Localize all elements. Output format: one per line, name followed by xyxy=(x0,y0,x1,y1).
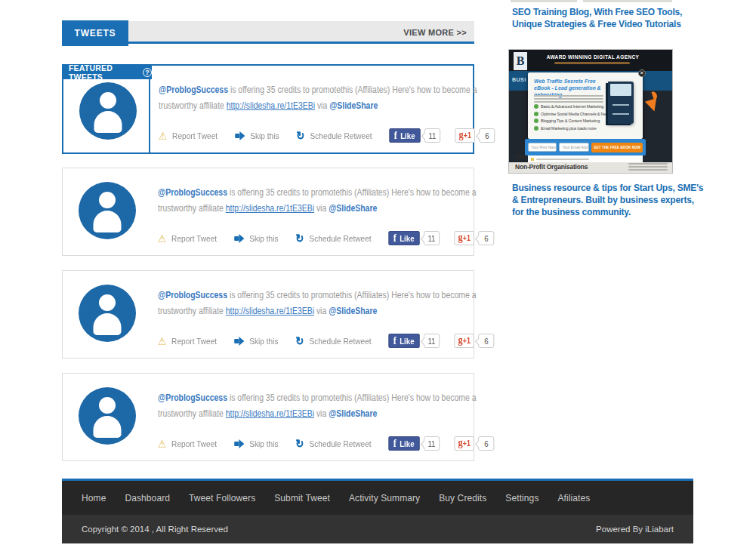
warning-icon: ⚠ xyxy=(158,439,166,449)
footer-nav-tweet-followers[interactable]: Tweet Followers xyxy=(189,493,255,503)
tweet-username-link[interactable]: @ProblogSuccess xyxy=(158,290,227,300)
check-icon xyxy=(534,119,538,123)
gplus-button[interactable]: g+1 xyxy=(454,231,474,245)
gplus-button[interactable]: g+1 xyxy=(454,334,474,348)
cropped-banner-edge xyxy=(511,0,577,2)
close-icon[interactable]: ✕ xyxy=(638,69,646,77)
tweet-mention-link[interactable]: @SlideShare xyxy=(329,306,377,316)
sidebar-ad-banner[interactable]: B AWARD WINNING DIGITAL AGENCY BUSI Onl … xyxy=(509,50,672,173)
ad-ebook-cover xyxy=(608,82,634,124)
ad-header-subline xyxy=(554,62,630,64)
facebook-like-label: Like xyxy=(400,439,414,448)
warning-icon: ⚠ xyxy=(159,131,167,141)
ad-nonprofit-text: Non-Profit Organisations xyxy=(515,163,588,171)
ad-bullet-text: Email Marketing plus loads more xyxy=(541,126,597,131)
ad-testimonial-lines xyxy=(534,95,603,104)
facebook-like-widget[interactable]: fLike 11 xyxy=(388,334,439,348)
warning-icon: ⚠ xyxy=(158,336,166,346)
skip-this-label: Skip this xyxy=(249,439,278,448)
ad-logo: B xyxy=(514,52,527,70)
report-tweet-button[interactable]: ⚠Report Tweet xyxy=(158,336,217,346)
tab-tweets[interactable]: TWEETS xyxy=(62,20,128,46)
facebook-icon: f xyxy=(393,234,397,243)
tweet-mention-link[interactable]: @SlideShare xyxy=(329,408,377,419)
ad-arrow-icon xyxy=(645,98,660,113)
facebook-like-count: 11 xyxy=(424,231,440,245)
tweet-username-link[interactable]: @ProblogSuccess xyxy=(159,85,228,95)
tweet-text: @ProblogSuccess is offering 35 credits t… xyxy=(158,185,471,217)
footer-nav-dashboard[interactable]: Dashboard xyxy=(125,493,170,503)
schedule-retweet-button[interactable]: ↻Schedule Retweet xyxy=(295,439,371,449)
report-tweet-button[interactable]: ⚠Report Tweet xyxy=(158,233,217,244)
ad-cta-button: GET THE FREE BOOK NOW xyxy=(591,143,643,152)
seo-training-blog-link[interactable]: SEO Training Blog, With Free SEO Tools, … xyxy=(512,6,701,30)
facebook-like-widget[interactable]: fLike 11 xyxy=(389,128,440,143)
skip-this-button[interactable]: Skip this xyxy=(234,234,278,243)
footer-nav-activity-summary[interactable]: Activity Summary xyxy=(349,493,420,503)
facebook-like-widget[interactable]: fLike 11 xyxy=(388,436,439,451)
tweet-text-part1: is offering 35 credits to promotethis (A… xyxy=(227,187,476,198)
report-tweet-label: Report Tweet xyxy=(171,439,217,448)
tweet-url-link[interactable]: http://slidesha.re/1tE3EBi xyxy=(226,306,314,316)
view-more-link[interactable]: VIEW MORE >> xyxy=(403,21,467,44)
facebook-like-button[interactable]: fLike xyxy=(388,436,419,451)
gplus-widget[interactable]: g+1 6 xyxy=(454,334,494,348)
schedule-retweet-button[interactable]: ↻Schedule Retweet xyxy=(296,131,372,141)
ad-note-icon xyxy=(531,158,534,161)
gplus-label: +1 xyxy=(463,337,471,345)
help-icon[interactable]: ? xyxy=(143,68,152,77)
gplus-widget[interactable]: g+1 6 xyxy=(454,436,494,451)
gplus-widget[interactable]: g+1 6 xyxy=(455,128,495,143)
skip-this-button[interactable]: Skip this xyxy=(234,337,278,346)
skip-this-label: Skip this xyxy=(249,234,278,243)
gplus-widget[interactable]: g+1 6 xyxy=(454,231,494,245)
skip-this-button[interactable]: Skip this xyxy=(235,131,279,140)
tweet-url-link[interactable]: http://slidesha.re/1tE3EBi xyxy=(227,100,315,111)
facebook-like-button[interactable]: fLike xyxy=(388,334,419,348)
arrow-right-icon xyxy=(234,337,244,346)
gplus-button[interactable]: g+1 xyxy=(454,436,474,451)
facebook-like-label: Like xyxy=(400,131,415,140)
facebook-icon: f xyxy=(394,131,397,140)
schedule-retweet-button[interactable]: ↻Schedule Retweet xyxy=(295,233,371,244)
tweet-mention-link[interactable]: @SlideShare xyxy=(329,100,378,111)
user-avatar-icon xyxy=(79,285,136,342)
tweet-url-link[interactable]: http://slidesha.re/1tE3EBi xyxy=(226,408,314,419)
footer-nav-afiliates[interactable]: Afiliates xyxy=(558,493,591,503)
arrow-right-icon xyxy=(234,234,244,243)
facebook-like-button[interactable]: fLike xyxy=(388,231,419,245)
tweet-card: @ProblogSuccess is offering 35 credits t… xyxy=(62,168,474,256)
report-tweet-button[interactable]: ⚠Report Tweet xyxy=(159,131,218,141)
email-field: Your Email Address... xyxy=(559,143,589,152)
tweet-url-link[interactable]: http://slidesha.re/1tE3EBi xyxy=(226,203,314,214)
warning-icon: ⚠ xyxy=(158,233,166,244)
footer-nav-settings[interactable]: Settings xyxy=(505,493,538,503)
schedule-retweet-button[interactable]: ↻Schedule Retweet xyxy=(295,336,371,346)
arrow-right-icon xyxy=(234,439,244,448)
facebook-like-button[interactable]: fLike xyxy=(389,128,420,143)
check-icon xyxy=(534,104,538,109)
gplus-button[interactable]: g+1 xyxy=(455,128,475,143)
footer-nav-home[interactable]: Home xyxy=(82,493,106,503)
first-name-field: Your First Name... xyxy=(528,143,557,152)
tweet-username-link[interactable]: @ProblogSuccess xyxy=(158,187,227,198)
facebook-like-count: 11 xyxy=(424,128,440,143)
user-avatar-icon xyxy=(79,387,136,445)
tweet-via-text: via xyxy=(315,100,329,111)
tweet-actions: ⚠Report Tweet Skip this ↻Schedule Retwee… xyxy=(158,334,471,348)
facebook-like-count: 11 xyxy=(424,436,440,451)
schedule-retweet-label: Schedule Retweet xyxy=(309,234,371,243)
gplus-count: 6 xyxy=(478,231,494,245)
tweet-username-link[interactable]: @ProblogSuccess xyxy=(158,393,227,403)
footer-nav-buy-credits[interactable]: Buy Credits xyxy=(439,493,486,503)
footer-nav-submit-tweet[interactable]: Submit Tweet xyxy=(274,493,330,503)
gplus-count: 6 xyxy=(479,128,495,143)
gplus-label: +1 xyxy=(464,131,471,140)
business-resource-link[interactable]: Business resource & tips for Start Ups, … xyxy=(512,182,704,218)
tweet-text-part1: is offering 35 credits to promotethis (A… xyxy=(227,393,476,403)
facebook-like-widget[interactable]: fLike 11 xyxy=(388,231,439,245)
tweet-mention-link[interactable]: @SlideShare xyxy=(329,203,377,214)
skip-this-button[interactable]: Skip this xyxy=(234,439,278,448)
report-tweet-button[interactable]: ⚠Report Tweet xyxy=(158,439,217,449)
user-avatar-icon xyxy=(79,82,137,140)
